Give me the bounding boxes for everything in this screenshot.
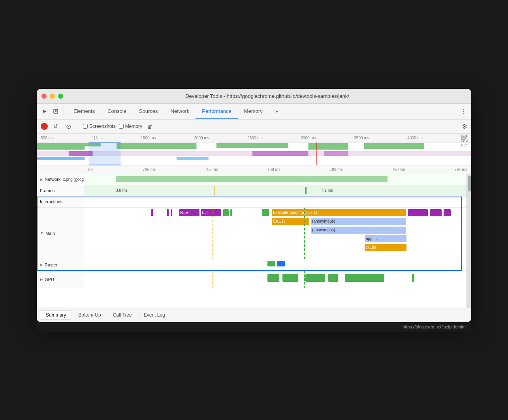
scrollbar[interactable] bbox=[467, 174, 471, 308]
tab-network[interactable]: Network bbox=[164, 104, 196, 119]
block-evaluate-script[interactable]: Evaluate Script (app.js:1) bbox=[272, 209, 406, 216]
network-arrow: ▶ bbox=[40, 177, 43, 182]
stop-button[interactable]: ⊘ bbox=[64, 122, 73, 131]
reload-button[interactable]: ↺ bbox=[51, 122, 60, 131]
empty-area bbox=[37, 288, 467, 308]
close-button[interactable] bbox=[41, 94, 47, 99]
cursor-icon[interactable] bbox=[40, 107, 49, 116]
gpu-vline-green bbox=[304, 271, 305, 288]
block-appit[interactable]: app...it bbox=[365, 235, 406, 242]
block-anon1[interactable]: (anonymous) bbox=[311, 218, 406, 225]
minimize-button[interactable] bbox=[50, 94, 55, 99]
svg-rect-11 bbox=[37, 157, 85, 160]
main-track-row: ▼ Main bbox=[37, 208, 467, 259]
cpu-label: CPU bbox=[461, 139, 468, 142]
tab-call-tree[interactable]: Call Tree bbox=[107, 311, 137, 319]
svg-rect-13 bbox=[88, 142, 120, 165]
tick-1000: 1[ ]ms bbox=[92, 136, 102, 140]
settings-icon[interactable]: ⚙ bbox=[462, 123, 467, 130]
screenshots-checkbox-group: Screenshots bbox=[83, 124, 116, 129]
watermark: https://blog.csdn.net/juzipidemimi bbox=[37, 322, 471, 332]
tab-event-log[interactable]: Event Log bbox=[138, 311, 171, 319]
tab-performance[interactable]: Performance bbox=[196, 104, 237, 119]
tab-console[interactable]: Console bbox=[101, 104, 133, 119]
small-green-1 bbox=[223, 209, 229, 216]
svg-rect-14 bbox=[88, 142, 120, 143]
tick-3500: 3500 ms bbox=[354, 136, 369, 140]
small-green-2 bbox=[230, 209, 232, 216]
dtick-787: 787 ms bbox=[205, 167, 218, 172]
block-co1[interactable]: Co...1) bbox=[272, 218, 309, 225]
raster-track-content bbox=[84, 259, 467, 270]
memory-checkbox[interactable] bbox=[119, 124, 124, 129]
frames-green-marker1 bbox=[305, 187, 307, 194]
interactions-track-content bbox=[84, 197, 467, 208]
gpu-block4 bbox=[328, 274, 338, 282]
clear-button[interactable]: 🗑 bbox=[147, 123, 152, 129]
interactions-label-text: Interactions bbox=[40, 199, 62, 204]
toolbar-divider bbox=[64, 107, 64, 115]
inspect-icon[interactable] bbox=[51, 107, 60, 116]
gpu-vline-orange bbox=[213, 271, 213, 288]
gpu-label-text: GPU bbox=[45, 277, 54, 282]
record-button[interactable] bbox=[41, 123, 48, 130]
network-track-row: ▶ Network x.png (googlechrome.github.io) bbox=[37, 174, 467, 185]
toolbar-divider-2 bbox=[78, 122, 78, 130]
small-block-3 bbox=[171, 209, 172, 216]
time-ruler-ticks: 500 ms 1[ ]ms 1500 ms 2000 ms 2500 ms 30… bbox=[41, 136, 467, 140]
svg-rect-4 bbox=[216, 143, 288, 148]
memory-checkbox-group: Memory bbox=[119, 124, 142, 129]
tab-bottom-up[interactable]: Bottom-Up bbox=[73, 311, 106, 319]
detail-ruler: ms 786 ms 787 ms 788 ms 789 ms 790 ms 79… bbox=[37, 165, 471, 174]
raster-label-text: Raster bbox=[45, 262, 57, 267]
scrollbar-thumb[interactable] bbox=[468, 176, 471, 191]
svg-rect-3 bbox=[117, 143, 196, 149]
tab-sources[interactable]: Sources bbox=[133, 104, 164, 119]
network-bar bbox=[116, 176, 388, 182]
network-track-label: ▶ Network x.png (googlechrome.github.io) bbox=[37, 174, 84, 185]
more-options-icon[interactable]: ⋮ bbox=[459, 107, 468, 116]
fps-label: FPS bbox=[461, 134, 468, 138]
main-toolbar: Elements Console Sources Network Perform… bbox=[37, 104, 471, 120]
frames-track-label: Frames bbox=[37, 185, 84, 196]
small-green-3 bbox=[262, 209, 269, 216]
gpu-arrow: ▶ bbox=[40, 277, 43, 281]
dtick-789: 789 ms bbox=[330, 167, 343, 172]
block-lt[interactable]: L...t bbox=[201, 209, 221, 216]
screenshots-checkbox[interactable] bbox=[83, 124, 88, 129]
tick-2500: 2500 ms bbox=[247, 136, 262, 140]
overview-labels: FPS CPU NET bbox=[461, 134, 468, 147]
memory-label: Memory bbox=[125, 124, 142, 129]
tab-elements[interactable]: Elements bbox=[67, 104, 101, 119]
tab-more[interactable]: » bbox=[269, 104, 284, 119]
dtick-791: 791 ms bbox=[454, 167, 467, 172]
block-re[interactable]: R...e bbox=[179, 209, 199, 216]
gpu-block5 bbox=[345, 274, 384, 282]
tracks-content: ▶ Network x.png (googlechrome.github.io)… bbox=[37, 174, 467, 308]
selection-region: Interactions ▼ Main bbox=[37, 197, 467, 271]
purple-right-3 bbox=[444, 209, 451, 216]
raster-block1 bbox=[267, 261, 275, 266]
tick-2000: 2000 ms bbox=[194, 136, 209, 140]
time-ruler: 500 ms 1[ ]ms 1500 ms 2000 ms 2500 ms 30… bbox=[37, 134, 471, 142]
track-area: ▶ Network x.png (googlechrome.github.io)… bbox=[37, 174, 471, 308]
dtick-790: 790 ms bbox=[392, 167, 405, 172]
gpu-block1 bbox=[267, 274, 279, 282]
net-label: NET bbox=[461, 143, 468, 147]
svg-rect-5 bbox=[309, 143, 348, 150]
block-anon2[interactable]: (anonymous) bbox=[311, 227, 406, 234]
block-clde[interactable]: cl...de bbox=[365, 244, 406, 251]
traffic-lights bbox=[41, 94, 63, 99]
window-title: Developer Tools - https://googlechrome.g… bbox=[68, 93, 467, 99]
maximize-button[interactable] bbox=[58, 94, 63, 99]
tick-4000: 4000 ms bbox=[407, 136, 422, 140]
tab-memory[interactable]: Memory bbox=[238, 104, 269, 119]
gpu-track-content bbox=[84, 271, 467, 288]
tick-3000: 3000 ms bbox=[301, 136, 316, 140]
overview-area: 500 ms 1[ ]ms 1500 ms 2000 ms 2500 ms 30… bbox=[37, 134, 471, 165]
frames-val1: 3.8 ms bbox=[116, 188, 128, 193]
tab-summary[interactable]: Summary bbox=[40, 310, 72, 320]
raster-track-row: ▶ Raster bbox=[37, 259, 467, 271]
main-label-text: Main bbox=[45, 231, 55, 236]
main-arrow: ▼ bbox=[40, 231, 44, 235]
